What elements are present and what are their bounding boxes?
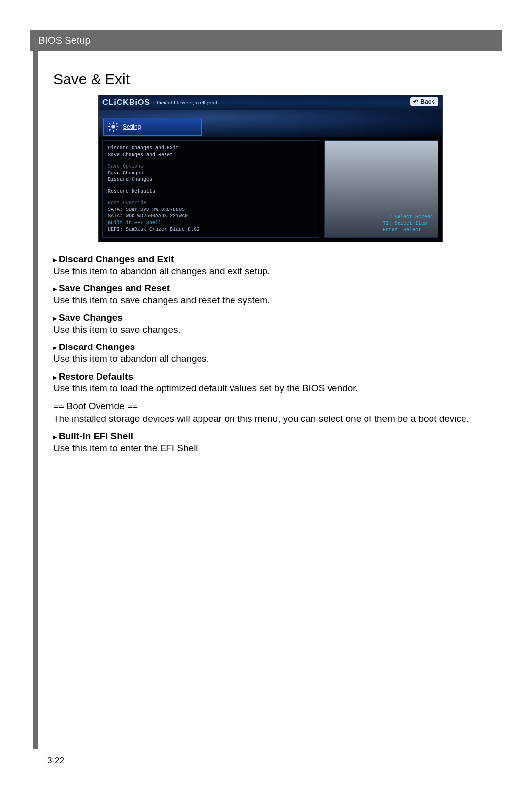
- svg-rect-6: [116, 129, 118, 131]
- side-bar: [33, 51, 38, 749]
- menu-group-label: Boot Override: [108, 200, 314, 207]
- svg-rect-2: [113, 130, 114, 132]
- desc-head: Discard Changes and Exit: [53, 254, 488, 265]
- desc-text: Use this item to enter the EFI Shell.: [53, 442, 488, 454]
- bios-body: Discard Changes and Exit Save Changes an…: [99, 137, 442, 242]
- svg-rect-4: [116, 126, 118, 127]
- bios-key-hints: ↑↓: Select Screen TI: Select Item Enter:…: [383, 214, 433, 233]
- back-label: Back: [420, 98, 434, 105]
- bios-title-bar: CLiCKBiOS Efficient,Flexible,Intelligent…: [99, 95, 442, 110]
- hint-line: TI: Select Item: [383, 220, 433, 227]
- bios-tagline: Efficient,Flexible,Intelligent: [153, 100, 217, 105]
- menu-item[interactable]: Save Changes and Reset: [108, 152, 314, 159]
- back-button[interactable]: ↶ Back: [410, 97, 438, 106]
- desc-text: Use this item to save changes and reset …: [53, 294, 488, 307]
- desc-text: Use this item to abandon all changes.: [53, 352, 488, 365]
- menu-item[interactable]: Discard Changes and Exit: [108, 145, 314, 152]
- section-title: Save & Exit: [53, 71, 488, 88]
- desc-head: Built-in EFI Shell: [53, 431, 488, 442]
- setting-tab[interactable]: Setting: [103, 118, 202, 136]
- header-title: BIOS Setup: [38, 35, 91, 46]
- desc-text: Use this item to load the optimized defa…: [53, 382, 488, 395]
- bios-menu: Discard Changes and Exit Save Changes an…: [102, 140, 319, 238]
- header-band: BIOS Setup: [30, 30, 502, 51]
- desc-head: Save Changes and Reset: [53, 283, 488, 294]
- svg-rect-3: [108, 126, 110, 127]
- menu-item[interactable]: Discard Changes: [108, 176, 314, 183]
- svg-rect-8: [116, 123, 118, 125]
- back-arrow-icon: ↶: [413, 98, 418, 105]
- bios-logo: CLiCKBiOS: [102, 98, 153, 107]
- menu-item[interactable]: Built-in EFI Shell: [108, 220, 314, 227]
- svg-point-0: [111, 125, 115, 128]
- desc-head: Save Changes: [53, 312, 488, 323]
- desc-head: Restore Defaults: [53, 371, 488, 382]
- menu-item[interactable]: Restore Defaults: [108, 188, 314, 195]
- boot-override-head: == Boot Override ==: [53, 401, 488, 412]
- menu-item[interactable]: UEFI: SanDisk Cruzer Blade 8.02: [108, 226, 314, 233]
- desc-head: Discard Changes: [53, 342, 488, 352]
- bios-help-panel: ↑↓: Select Screen TI: Select Item Enter:…: [324, 140, 438, 238]
- gear-icon: [108, 121, 119, 132]
- boot-override-text: The installed storage devices will appea…: [53, 413, 488, 425]
- menu-item[interactable]: SATA: SONY DVD RW DRU-880S: [108, 207, 314, 213]
- page-content: Save & Exit CLiCKBiOS Efficient,Flexible…: [38, 51, 502, 749]
- bios-sub-bar: Setting: [99, 110, 442, 137]
- desc-text: Use this item to abandon all changes and…: [53, 265, 488, 278]
- setting-tab-label: Setting: [123, 123, 141, 130]
- hint-line: Enter: Select: [383, 227, 433, 233]
- menu-item[interactable]: Save Changes: [108, 170, 314, 177]
- desc-text: Use this item to save changes.: [53, 323, 488, 336]
- bios-screenshot: CLiCKBiOS Efficient,Flexible,Intelligent…: [98, 95, 443, 242]
- hint-line: ↑↓: Select Screen: [383, 214, 433, 220]
- menu-item[interactable]: SATA: WDC WD2500AAJS-22YWA0: [108, 213, 314, 220]
- page-number: 3-22: [47, 756, 64, 765]
- menu-group-label: Save Options: [108, 163, 314, 170]
- svg-rect-7: [109, 129, 111, 131]
- svg-rect-1: [113, 122, 114, 124]
- descriptions: Discard Changes and Exit Use this item t…: [53, 254, 488, 454]
- svg-rect-5: [109, 123, 111, 125]
